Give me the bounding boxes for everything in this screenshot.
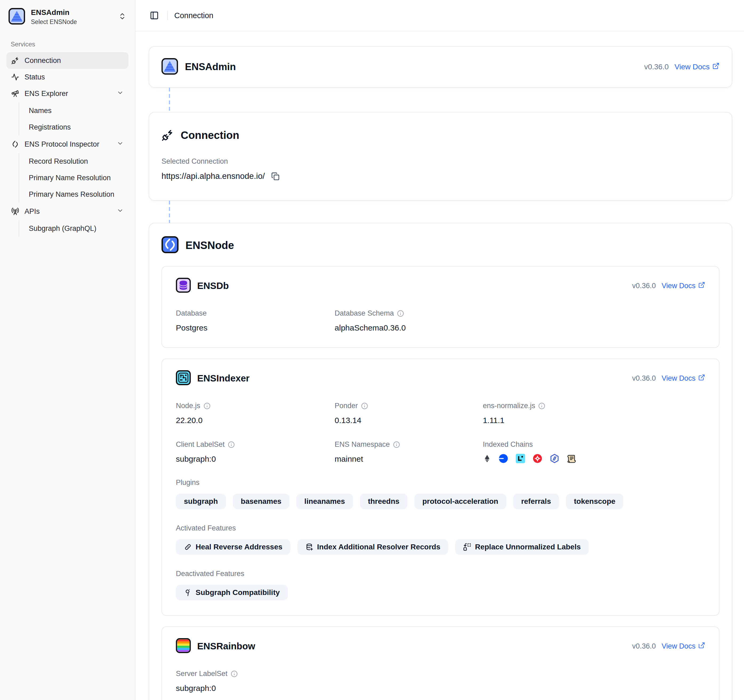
info-icon[interactable]: [231, 670, 238, 677]
version-label: v0.36.0: [632, 642, 656, 651]
ensdb-logo: [176, 278, 191, 294]
sidebar-toggle-button[interactable]: [147, 9, 161, 22]
plugin-badge: threedns: [360, 494, 408, 509]
field-indexed-chains: Indexed Chains: [483, 440, 705, 463]
field-client-labelset: Client LabelSet subgraph:0: [176, 440, 335, 463]
field-database-schema: Database Schema alphaSchema0.36.0: [335, 309, 483, 332]
field-value: 0.13.14: [335, 416, 483, 425]
flow-connector: [149, 201, 732, 223]
view-docs-link[interactable]: View Docs: [674, 63, 719, 71]
deactivated-features-row: Subgraph Compatibility: [176, 585, 705, 600]
info-icon[interactable]: [393, 441, 400, 448]
ens-diamond-icon: [11, 140, 19, 148]
chain-base-icon: [498, 453, 509, 463]
feature-badge: Replace Unnormalized Labels: [455, 539, 589, 555]
external-link-icon: [712, 63, 719, 71]
sidebar-item-record-resolution[interactable]: Record Resolution: [19, 153, 128, 170]
ensadmin-logo: [161, 58, 178, 76]
sidebar-item-registrations[interactable]: Registrations: [19, 119, 128, 136]
sidebar-nav: Connection Status ENS Explorer Names: [6, 52, 128, 237]
field-ponder: Ponder 0.13.14: [335, 402, 483, 425]
sidebar-item-primary-names-resolution[interactable]: Primary Names Resolution: [19, 186, 128, 203]
field-value: Postgres: [176, 323, 335, 332]
sidebar-item-ens-protocol-inspector[interactable]: ENS Protocol Inspector: [6, 136, 128, 152]
sidebar-item-label: ENS Protocol Inspector: [25, 140, 100, 149]
sidebar-item-label: Names: [29, 107, 52, 115]
sidebar-item-connection[interactable]: Connection: [6, 52, 128, 69]
view-docs-label: View Docs: [662, 374, 695, 383]
view-docs-label: View Docs: [662, 282, 695, 290]
ensdb-card: ENSDb v0.36.0 View Docs Da: [161, 266, 719, 348]
info-icon[interactable]: [228, 441, 235, 448]
view-docs-link[interactable]: View Docs: [662, 374, 705, 383]
plugin-badge: lineanames: [296, 494, 353, 509]
feature-label: Heal Reverse Addresses: [196, 543, 283, 551]
copy-button[interactable]: [271, 172, 280, 180]
sidebar-item-label: Subgraph (GraphQL): [29, 225, 97, 233]
radio-tower-icon: [11, 207, 19, 215]
card-title: ENSIndexer: [197, 373, 249, 384]
sidebar-item-status[interactable]: Status: [6, 69, 128, 85]
sidebar-item-names[interactable]: Names: [19, 102, 128, 119]
plug-zap-icon: [11, 57, 19, 64]
version-label: v0.36.0: [632, 374, 656, 383]
field-value: 22.20.0: [176, 416, 335, 425]
app-subtitle: Select ENSNode: [31, 18, 77, 25]
activated-features-row: Heal Reverse Addresses Index Additional …: [176, 539, 705, 555]
indexed-chains-row: [483, 453, 705, 463]
connection-card: Connection Selected Connection https://a…: [149, 112, 732, 201]
field-server-labelset: Server LabelSet subgraph:0: [176, 670, 335, 693]
content: ENSAdmin v0.36.0 View Docs Conne: [135, 31, 744, 700]
field-value: 1.11.1: [483, 416, 705, 425]
flow-connector: [149, 88, 732, 112]
card-title: ENSAdmin: [185, 61, 236, 73]
field-value: mainnet: [335, 454, 483, 463]
sidebar-item-label: Status: [25, 73, 45, 81]
field-ens-namespace: ENS Namespace mainnet: [335, 440, 483, 463]
info-icon[interactable]: [361, 402, 368, 410]
ensnode-selector[interactable]: ENSAdmin Select ENSNode: [6, 7, 128, 27]
sidebar-group-protocol-inspector: Record Resolution Primary Name Resolutio…: [19, 153, 128, 203]
field-label: Server LabelSet: [176, 670, 228, 678]
field-label: Database Schema: [335, 309, 394, 317]
sidebar-item-label: Primary Names Resolution: [29, 190, 114, 199]
chain-ethereum-icon: [483, 453, 491, 463]
field-label: Ponder: [335, 402, 358, 410]
sidebar-item-ens-explorer[interactable]: ENS Explorer: [6, 85, 128, 102]
plugin-badge: referrals: [513, 494, 559, 509]
sidebar-item-primary-name-resolution[interactable]: Primary Name Resolution: [19, 170, 128, 186]
feature-label: Index Additional Resolver Records: [317, 543, 440, 551]
sidebar-item-label: Primary Name Resolution: [29, 174, 111, 182]
chevron-down-icon: [117, 140, 124, 149]
field-database: Database Postgres: [176, 309, 335, 332]
selected-connection-label: Selected Connection: [161, 157, 228, 165]
view-docs-link[interactable]: View Docs: [662, 281, 705, 290]
info-icon[interactable]: [538, 402, 545, 410]
sidebar-item-apis[interactable]: APIs: [6, 203, 128, 220]
view-docs-label: View Docs: [662, 642, 695, 651]
chain-linea-icon: [515, 453, 525, 463]
feature-label: Replace Unnormalized Labels: [475, 543, 581, 551]
chain-optimism-icon: [533, 453, 543, 463]
breadcrumb: Connection: [174, 11, 213, 20]
view-docs-link[interactable]: View Docs: [662, 642, 705, 651]
plugin-badge: subgraph: [176, 494, 226, 509]
field-label: Node.js: [176, 402, 200, 410]
card-title: Connection: [181, 129, 239, 141]
subgraph-compat-icon: [184, 588, 192, 597]
sidebar-group-ens-explorer: Names Registrations: [19, 102, 128, 136]
external-link-icon: [698, 374, 705, 383]
ensadmin-card: ENSAdmin v0.36.0 View Docs: [149, 46, 732, 88]
feature-label: Subgraph Compatibility: [196, 588, 280, 597]
info-icon[interactable]: [204, 402, 211, 410]
ensrainbow-card: ENSRainbow v0.36.0 View Docs: [161, 626, 719, 700]
sidebar-item-subgraph-graphql[interactable]: Subgraph (GraphQL): [19, 220, 128, 237]
field-label: Indexed Chains: [483, 440, 533, 448]
info-icon[interactable]: [397, 310, 404, 317]
version-label: v0.36.0: [644, 63, 668, 71]
plugin-badge: basenames: [233, 494, 290, 509]
view-docs-label: View Docs: [674, 63, 710, 71]
feature-badge: Subgraph Compatibility: [176, 585, 288, 600]
feature-badge: Index Additional Resolver Records: [298, 539, 448, 555]
activity-icon: [11, 73, 19, 81]
